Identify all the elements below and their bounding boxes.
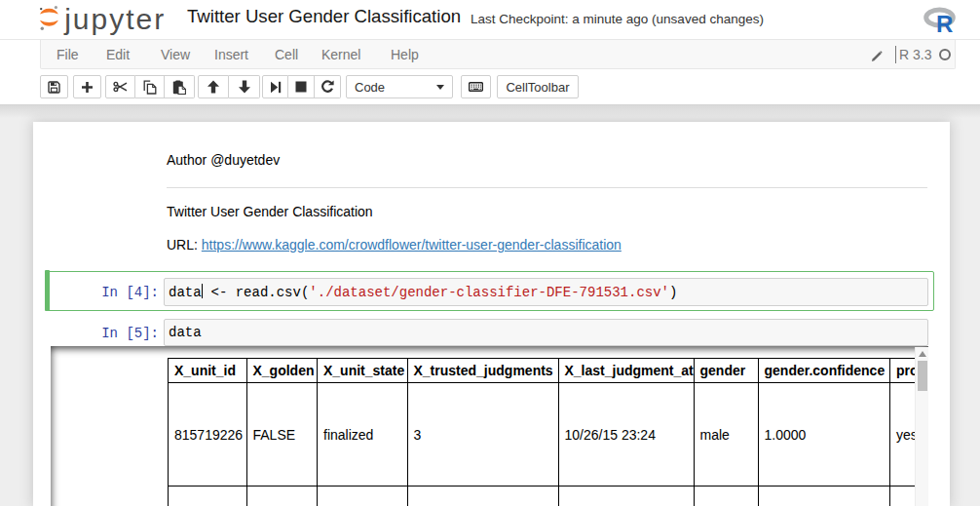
svg-text:R: R (936, 11, 953, 34)
svg-text:jupyter: jupyter (63, 3, 166, 35)
